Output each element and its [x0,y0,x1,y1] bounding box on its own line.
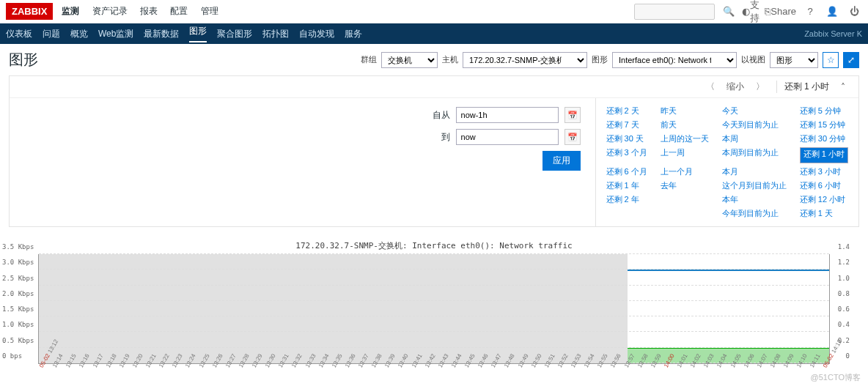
preset-link[interactable]: 前天 [661,119,709,130]
fullscreen-button[interactable]: ⤢ [843,52,859,68]
preset-link[interactable]: 这个月到目前为止 [722,180,787,191]
graph-select[interactable]: Interface eth0(): Network traffic [612,52,737,68]
page-title: 图形 [9,50,38,70]
sub-web[interactable]: Web监测 [98,28,133,40]
preset-link[interactable]: 还剩 30 天 [606,133,647,144]
user-icon[interactable]: 👤 [824,4,840,20]
preset-link[interactable]: 还剩 3 小时 [800,166,848,177]
preset-link[interactable]: 还剩 2 天 [606,105,647,116]
search-input[interactable] [634,4,715,20]
time-range-label[interactable]: 还剩 1 小时 [776,81,829,93]
preset-link[interactable]: 还剩 30 分钟 [800,133,848,144]
nav-admin[interactable]: 管理 [201,6,218,16]
nav-config[interactable]: 配置 [170,6,188,16]
zoom-out[interactable]: 缩小 [727,81,744,93]
preset-link[interactable]: 还剩 2 年 [606,194,647,205]
help-icon[interactable]: ? [802,4,818,20]
preset-link[interactable]: 还剩 1 天 [800,208,848,219]
sub-problems[interactable]: 问题 [43,28,60,40]
support-link[interactable]: ◐ 支持 [743,4,759,20]
host-select[interactable]: 172.20.32.7-SNMP-交换机 [463,52,587,68]
share-link[interactable]: ⎘Share [765,4,796,20]
preset-link[interactable]: 还剩 6 小时 [800,180,848,191]
nav-reports[interactable]: 报表 [140,6,158,16]
preset-link[interactable]: 还剩 3 个月 [606,147,647,163]
sub-latest[interactable]: 最新数据 [144,28,179,40]
top-nav: 监测 资产记录 报表 配置 管理 [62,5,228,18]
preset-link[interactable]: 还剩 5 分钟 [800,105,848,116]
sub-graphs[interactable]: 图形 [189,25,207,42]
sub-discovery[interactable]: 自动发现 [299,28,334,40]
preset-link[interactable]: 上一个月 [661,166,709,177]
from-input[interactable] [456,107,559,123]
time-presets: 还剩 2 天昨天今天还剩 5 分钟还剩 7 天前天今天到目前为止还剩 15 分钟… [595,98,858,226]
chart-area: 0 bps0.5 Kbps1.0 Kbps1.5 Kbps2.0 Kbps2.5… [38,254,830,364]
power-icon[interactable]: ⏻ [846,4,862,20]
sub-screens[interactable]: 聚合图形 [217,28,252,40]
preset-link[interactable]: 本周到目前为止 [722,147,787,163]
preset-link[interactable]: 上周的这一天 [661,133,709,144]
preset-link[interactable]: 本周 [722,133,787,144]
view-label: 以视图 [741,54,765,65]
to-input[interactable] [456,129,559,145]
prev-button[interactable]: 〈 [706,81,715,93]
nav-inventory[interactable]: 资产记录 [92,6,128,16]
next-button[interactable]: 〉 [756,81,765,93]
sub-overview[interactable]: 概览 [70,28,88,40]
apply-button[interactable]: 应用 [542,151,581,171]
preset-link[interactable]: 还剩 15 分钟 [800,119,848,130]
nav-monitoring[interactable]: 监测 [62,6,79,16]
preset-link[interactable]: 本月 [722,166,787,177]
collapse-icon[interactable]: ˄ [841,82,845,92]
preset-link[interactable]: 昨天 [661,105,709,116]
preset-link[interactable]: 上一周 [661,147,709,163]
server-name: Zabbix Server K [804,29,862,38]
from-calendar-icon[interactable]: 📅 [564,107,581,123]
watermark: @51CTO博客 [811,372,861,383]
favorite-button[interactable]: ☆ [823,52,839,68]
search-icon[interactable]: 🔍 [721,4,737,20]
chart-title: 172.20.32.7-SNMP-交换机: Interface eth0(): … [16,237,852,254]
to-calendar-icon[interactable]: 📅 [564,129,581,145]
preset-link[interactable]: 还剩 1 小时 [800,147,848,163]
preset-link[interactable]: 今天到目前为止 [722,119,787,130]
from-label: 自从 [428,109,450,122]
sub-services[interactable]: 服务 [345,28,362,40]
preset-link[interactable]: 还剩 1 年 [606,180,647,191]
view-select[interactable]: 图形 [770,52,818,68]
preset-link[interactable]: 还剩 12 小时 [800,194,848,205]
group-select[interactable]: 交换机 [381,52,438,68]
preset-link[interactable]: 去年 [661,180,709,191]
preset-link[interactable]: 还剩 7 天 [606,119,647,130]
to-label: 到 [428,131,450,144]
group-label: 群组 [361,54,377,65]
logo: ZABBIX [6,3,53,20]
preset-link[interactable]: 今天 [722,105,787,116]
host-label: 主机 [442,54,458,65]
preset-link[interactable]: 还剩 6 个月 [606,166,647,177]
sub-maps[interactable]: 拓扑图 [262,28,289,40]
graph-label: 图形 [592,54,608,65]
sub-dashboard[interactable]: 仪表板 [6,28,32,40]
preset-link[interactable]: 今年到目前为止 [722,208,787,219]
x-axis: 05-02 13:1213:1413:1513:1613:1713:1813:1… [38,365,830,372]
preset-link[interactable]: 本年 [722,194,787,205]
